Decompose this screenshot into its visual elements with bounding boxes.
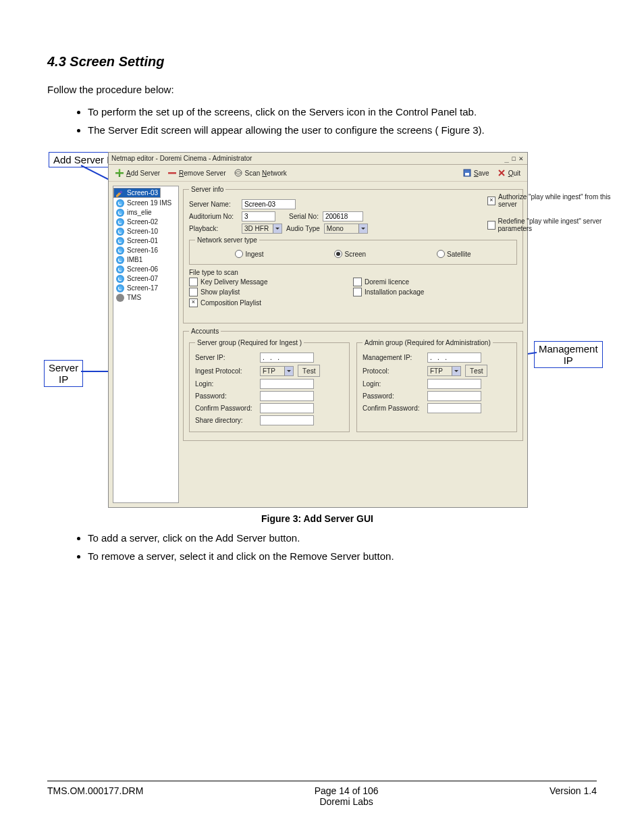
tree-item[interactable]: Screen-06 (113, 265, 178, 274)
login-field[interactable] (260, 379, 314, 389)
tree-item[interactable]: Screen-03 (113, 188, 161, 198)
pencil-icon (116, 189, 124, 197)
checkbox-kdm[interactable]: Key Delivery Message (189, 278, 267, 286)
admin-group-fieldset: Admin group (Required for Administration… (356, 339, 517, 432)
toolbar-remove-server[interactable]: Remove Server (168, 169, 225, 177)
checkbox-cpl[interactable]: ×Composition Playlist (189, 298, 261, 307)
tree-item-label: Screen-02 (127, 218, 158, 226)
auditorium-no-label: Auditorium No: (189, 213, 238, 220)
checkbox-install-pkg[interactable]: Installation package (353, 288, 424, 296)
admin-confirm-password-label: Confirm Password: (363, 405, 423, 412)
radio-ingest[interactable]: Ingest (235, 250, 263, 258)
titlebar: Netmap editor - Doremi Cinema - Administ… (109, 153, 527, 165)
auditorium-no-field[interactable] (242, 211, 275, 221)
footer-right: Version 1.4 (549, 785, 597, 807)
admin-password-field[interactable] (427, 391, 481, 401)
checkbox-authorize-play-while-ingest[interactable]: ×Authorize "play while ingest" from this… (487, 193, 619, 208)
checkbox-doremi-licence[interactable]: Doremi licence (353, 278, 409, 286)
maximize-button[interactable]: ☐ (510, 154, 518, 163)
ingest-protocol-label: Ingest Protocol: (195, 367, 256, 375)
toolbar-quit[interactable]: Quit (498, 169, 520, 177)
tree-item-label: ims_elie (127, 209, 152, 216)
confirm-password-field[interactable] (260, 403, 314, 413)
test-button[interactable]: Test (298, 365, 320, 377)
window-title: Netmap editor - Doremi Cinema - Administ… (111, 155, 252, 162)
test-button-admin[interactable]: Test (465, 365, 487, 377)
accounts-fieldset: Accounts Server group (Required for Inge… (183, 328, 523, 441)
ingest-protocol-select[interactable]: FTP (260, 366, 294, 376)
tree-item[interactable]: Screen-17 (113, 284, 178, 293)
toolbar-save[interactable]: Save (463, 169, 489, 177)
tree-item-label: Screen-07 (127, 275, 158, 282)
management-ip-field[interactable] (427, 353, 481, 363)
footer-left: TMS.OM.000177.DRM (47, 785, 143, 807)
radio-satellite[interactable]: Satellite (437, 250, 471, 258)
tree-item-label: IMB1 (127, 256, 142, 263)
audio-type-select[interactable]: Mono (324, 224, 368, 234)
file-type-heading: File type to scan (189, 269, 517, 276)
accounts-legend: Accounts (189, 328, 221, 335)
page-footer: TMS.OM.000177.DRM Page 14 of 106Doremi L… (47, 781, 597, 807)
tree-item-label: Screen-17 (127, 284, 158, 292)
admin-confirm-password-field[interactable] (427, 403, 481, 413)
server-info-legend: Server info (189, 186, 225, 193)
toolbar-scan-network[interactable]: Scan Network (234, 169, 287, 177)
screen-icon (116, 218, 124, 226)
network-type-legend: Network server type (195, 236, 259, 244)
tree-item[interactable]: ims_elie (113, 208, 178, 217)
serial-no-field[interactable] (323, 211, 363, 221)
toolbar-add-server[interactable]: Add Server (115, 169, 160, 177)
screen-icon (116, 209, 124, 217)
tree-item[interactable]: Screen-07 (113, 274, 178, 284)
intro-bullets: To perform the set up of the screens, cl… (88, 106, 597, 136)
tree-item[interactable]: Screen-16 (113, 246, 178, 255)
share-directory-field[interactable] (260, 415, 314, 425)
tree-item-label: TMS (127, 294, 141, 301)
admin-password-label: Password: (363, 392, 423, 400)
figure-caption: Figure 3: Add Server GUI (108, 513, 527, 524)
tree-item-label: Screen-16 (127, 246, 158, 254)
server-tree[interactable]: Screen-03Screen 19 IMSims_elieScreen-02S… (113, 186, 179, 503)
chevron-down-icon (273, 224, 281, 233)
password-field[interactable] (260, 391, 314, 401)
quit-icon (498, 169, 506, 177)
minimize-button[interactable]: _ (503, 154, 510, 163)
protocol-select[interactable]: FTP (427, 366, 461, 376)
tree-item[interactable]: IMB1 (113, 255, 178, 265)
serial-no-label: Serial No: (289, 213, 319, 220)
server-group-legend: Server group (Required for Ingest ) (195, 339, 304, 346)
checkbox-show-playlist[interactable]: Show playlist (189, 288, 240, 296)
admin-login-field[interactable] (427, 379, 481, 389)
playback-select[interactable]: 3D HFR (242, 224, 282, 234)
checkbox-redefine-play-while-ingest[interactable]: Redefine "play while ingest" server para… (487, 217, 619, 232)
screen-icon (116, 275, 124, 283)
floppy-icon (463, 169, 471, 177)
close-button[interactable]: ✕ (517, 154, 525, 163)
screen-icon (116, 265, 124, 273)
chevron-down-icon (358, 224, 367, 233)
intro-text: Follow the procedure below: (47, 83, 597, 97)
admin-login-label: Login: (363, 380, 423, 388)
admin-group-legend: Admin group (Required for Administration… (363, 339, 493, 346)
screen-icon (116, 256, 124, 264)
footer-center: Page 14 of 106Doremi Labs (315, 785, 379, 807)
tree-item[interactable]: Screen 19 IMS (113, 199, 178, 208)
section-heading: 4.3 Screen Setting (47, 54, 597, 70)
tree-item[interactable]: Screen-10 (113, 227, 178, 236)
protocol-label: Protocol: (363, 367, 423, 375)
server-ip-field[interactable] (260, 353, 314, 363)
playback-label: Playback: (189, 225, 238, 232)
chevron-down-icon (452, 367, 460, 375)
screen-icon (116, 284, 124, 292)
tree-item[interactable]: Screen-01 (113, 236, 178, 246)
callout-server-ip: Server IP (44, 360, 83, 387)
screen-icon (116, 237, 124, 245)
tree-item[interactable]: Screen-02 (113, 217, 178, 227)
radio-screen[interactable]: Screen (334, 250, 366, 258)
svg-rect-7 (465, 173, 469, 176)
server-name-label: Server Name: (189, 201, 238, 208)
tree-item[interactable]: TMS (113, 293, 178, 303)
callout-management-ip: Management IP (534, 341, 603, 368)
server-name-field[interactable] (242, 199, 296, 209)
network-icon (234, 169, 242, 177)
